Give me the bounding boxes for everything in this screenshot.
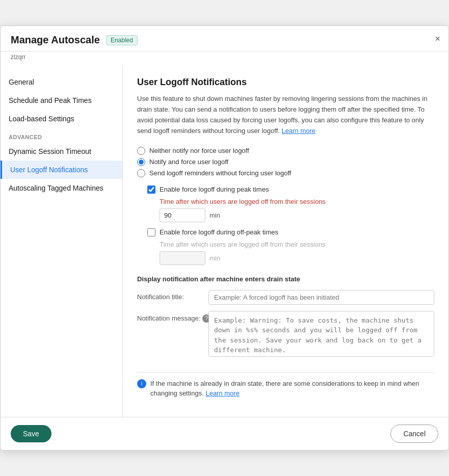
modal-title: Manage Autoscale xyxy=(11,34,100,46)
offpeak-unit-label: min xyxy=(209,254,220,262)
offpeak-input-row: min xyxy=(160,251,434,265)
info-icon: i xyxy=(137,379,146,388)
sidebar-item-general[interactable]: General xyxy=(1,73,122,91)
sidebar: General Schedule and Peak Times Load-bas… xyxy=(1,65,123,416)
radio-send-reminders: Send logoff reminders without forcing us… xyxy=(137,169,434,177)
modal-body: General Schedule and Peak Times Load-bas… xyxy=(1,65,448,416)
sidebar-item-autoscaling-tagged[interactable]: Autoscaling Tagged Machines xyxy=(1,179,122,197)
peak-checkbox-group: Enable force logoff during peak times xyxy=(147,186,434,194)
sidebar-item-user-logoff[interactable]: User Logoff Notifications xyxy=(1,161,122,179)
offpeak-checkbox-label: Enable force logoff during off-peak time… xyxy=(160,228,278,236)
cancel-button[interactable]: Cancel xyxy=(390,425,438,443)
peak-checkbox-label: Enable force logoff during peak times xyxy=(160,186,269,193)
offpeak-timeout-input[interactable] xyxy=(160,251,205,265)
save-button[interactable]: Save xyxy=(11,425,51,442)
radio-neither-label: Neither notify nor force user logoff xyxy=(149,147,249,154)
main-content: User Logoff Notifications Use this featu… xyxy=(123,65,448,416)
peak-input-row: 90 min xyxy=(160,208,434,222)
notification-section: Display notification after machine enter… xyxy=(137,275,434,357)
section-title: User Logoff Notifications xyxy=(137,77,434,88)
offpeak-sub-content: Time after which users are logged off fr… xyxy=(160,241,434,265)
description-learn-more-link[interactable]: Learn more xyxy=(282,127,315,135)
notification-message-label: Notification message: xyxy=(137,311,200,322)
radio-send-reminders-input[interactable] xyxy=(137,169,145,177)
footer-learn-more-link[interactable]: Learn more xyxy=(205,389,239,397)
radio-notify-force: Notify and force user logoff xyxy=(137,158,434,166)
notification-section-title: Display notification after machine enter… xyxy=(137,275,434,283)
notification-message-input[interactable] xyxy=(208,311,434,357)
description-text: Use this feature to shut down machines f… xyxy=(137,94,434,136)
footer-note: i If the machine is already in drain sta… xyxy=(137,372,434,405)
enabled-badge: Enabled xyxy=(106,35,138,45)
notification-title-label: Notification title: xyxy=(137,290,208,301)
modal-footer: Save Cancel xyxy=(1,417,448,450)
offpeak-checkbox-input[interactable] xyxy=(147,228,155,236)
radio-notify-force-input[interactable] xyxy=(137,158,145,166)
radio-send-reminders-label: Send logoff reminders without forcing us… xyxy=(149,169,291,177)
radio-neither-input[interactable] xyxy=(137,147,145,155)
footer-note-text: If the machine is already in drain state… xyxy=(150,379,434,399)
radio-neither: Neither notify nor force user logoff xyxy=(137,147,434,155)
peak-timeout-input[interactable]: 90 xyxy=(160,208,205,222)
offpeak-checkbox-group: Enable force logoff during off-peak time… xyxy=(147,228,434,236)
notification-title-input[interactable] xyxy=(208,290,434,305)
sidebar-item-dynamic-session[interactable]: Dynamic Session Timeout xyxy=(1,142,122,161)
notification-message-row: Notification message: ? xyxy=(137,311,434,357)
offpeak-sub-label: Time after which users are logged off fr… xyxy=(160,241,434,248)
manage-autoscale-modal: Manage Autoscale Enabled × zlzqrr Genera… xyxy=(0,25,449,450)
modal-subtitle: zlzqrr xyxy=(1,51,448,65)
modal-header: Manage Autoscale Enabled × xyxy=(1,26,448,51)
sidebar-item-load-based[interactable]: Load-based Settings xyxy=(1,110,122,128)
notification-title-row: Notification title: xyxy=(137,290,434,305)
sidebar-item-schedule-peak[interactable]: Schedule and Peak Times xyxy=(1,91,122,110)
peak-sub-content: Time after which users are logged off fr… xyxy=(160,198,434,222)
close-button[interactable]: × xyxy=(435,34,440,43)
sidebar-advanced-label: ADVANCED xyxy=(1,128,122,142)
peak-checkbox-input[interactable] xyxy=(147,186,155,194)
peak-unit-label: min xyxy=(209,211,220,219)
peak-sub-label: Time after which users are logged off fr… xyxy=(160,198,434,205)
radio-notify-force-label: Notify and force user logoff xyxy=(149,158,228,166)
